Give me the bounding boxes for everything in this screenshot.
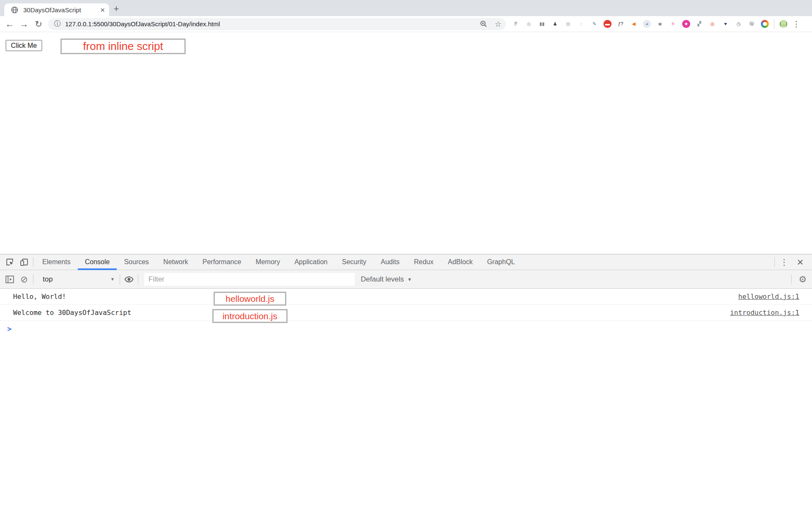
divider	[33, 257, 33, 267]
divider	[120, 274, 120, 284]
browser-tab-strip: 30DaysOfJavaScript × +	[0, 0, 812, 16]
megaphone-icon[interactable]: ◀	[627, 19, 640, 29]
source-link[interactable]: introduction.js:1	[730, 309, 799, 317]
font-script-icon[interactable]: ℱ	[509, 19, 522, 29]
stop-hand-icon[interactable]: ▬	[601, 19, 614, 29]
helloworld-annotation: helloworld.js	[214, 292, 286, 306]
devtools-panel: Elements Console Sources Network Perform…	[0, 254, 812, 508]
star-box-icon[interactable]: ★	[680, 19, 693, 29]
browser-menu-kebab-icon[interactable]: ⋮	[790, 19, 803, 29]
devtools-menu-kebab-icon[interactable]: ⋮	[776, 257, 792, 267]
url-text[interactable]: 127.0.0.1:5500/30DaysOfJavaScript/01-Day…	[65, 20, 472, 28]
tab-close-icon[interactable]: ×	[100, 6, 105, 14]
devtools-tab-application[interactable]: Application	[287, 254, 335, 270]
devtools-tab-console[interactable]: Console	[78, 254, 117, 270]
heart-search-icon[interactable]: ♥	[719, 19, 732, 29]
clear-console-icon[interactable]: ⊘	[17, 272, 31, 287]
device-toolbar-icon[interactable]	[17, 254, 31, 270]
console-toolbar: ⊘ top ▼ Default levels ▼ ⚙	[0, 270, 812, 289]
console-message: Hello, World!	[13, 293, 738, 301]
filter-input[interactable]	[144, 273, 355, 286]
site-info-icon[interactable]: ⓘ	[54, 19, 61, 28]
url-bar[interactable]: ⓘ 127.0.0.1:5500/30DaysOfJavaScript/01-D…	[48, 18, 506, 30]
inline-script-annotation: from inline script	[60, 39, 186, 54]
divider	[774, 257, 775, 267]
console-prompt-chevron-icon: >	[7, 325, 11, 333]
browser-toolbar: ← → ↻ ⓘ 127.0.0.1:5500/30DaysOfJavaScrip…	[0, 16, 812, 32]
new-tab-button[interactable]: +	[109, 3, 123, 15]
console-row: Hello, World! helloworld.js:1	[0, 289, 812, 305]
console-settings-gear-icon[interactable]: ⚙	[793, 274, 812, 284]
divider	[33, 274, 33, 284]
camera-icon[interactable]: ◙	[653, 19, 667, 29]
grid-icon[interactable]: ▦	[562, 19, 575, 29]
globe-favicon-icon	[11, 6, 18, 14]
devtools-tab-network[interactable]: Network	[156, 254, 195, 270]
console-sidebar-toggle-icon[interactable]	[3, 272, 17, 287]
reload-icon[interactable]: ↻	[31, 19, 46, 29]
extensions-bar: ℱ◎▮▮♟▦◌✎▬ƒ?◀◕◙⚛★▞◎♥◷Ⓦ{…}	[509, 19, 790, 29]
browser-window: 30DaysOfJavaScript × + ← → ↻ ⓘ 127.0.0.1…	[0, 0, 812, 508]
devtools-close-icon[interactable]: ×	[792, 257, 809, 268]
chevron-down-icon: ▼	[407, 277, 412, 282]
orbit-icon[interactable]: ◎	[522, 19, 535, 29]
click-me-button[interactable]: Click Me	[5, 40, 42, 51]
browser-tab[interactable]: 30DaysOfJavaScript ×	[4, 3, 109, 16]
ring-icon[interactable]: ◎	[706, 19, 719, 29]
devtools-tabbar: Elements Console Sources Network Perform…	[0, 254, 812, 270]
devtools-tab-audits[interactable]: Audits	[373, 254, 406, 270]
wordpress-icon[interactable]: Ⓦ	[745, 19, 758, 29]
console-message: Welcome to 30DaysOfJavaScript	[13, 309, 730, 317]
source-link[interactable]: helloworld.js:1	[738, 293, 800, 301]
devtools-tab-elements[interactable]: Elements	[35, 254, 78, 270]
f-question-icon[interactable]: ƒ?	[614, 19, 627, 29]
devtools-tab-performance[interactable]: Performance	[195, 254, 249, 270]
devtools-tab-sources[interactable]: Sources	[117, 254, 156, 270]
blocks-icon[interactable]: ▞	[693, 19, 706, 29]
dotted-circle-icon[interactable]: ◌	[575, 19, 588, 29]
back-icon[interactable]: ←	[3, 19, 17, 29]
gauge-icon[interactable]: ◷	[732, 19, 745, 29]
zoom-magnifier-icon[interactable]	[480, 20, 487, 28]
robot-icon[interactable]: ♟	[549, 19, 562, 29]
atom-icon[interactable]: ⚛	[667, 19, 680, 29]
introduction-annotation: introduction.js	[212, 309, 288, 323]
devtools-tab-security[interactable]: Security	[335, 254, 373, 270]
eye-live-expression-icon[interactable]	[122, 272, 136, 287]
forward-icon[interactable]: →	[17, 19, 31, 29]
divider	[138, 274, 138, 284]
console-row: Welcome to 30DaysOfJavaScript introducti…	[0, 305, 812, 321]
divider	[791, 274, 792, 284]
pause-columns-icon[interactable]: ▮▮	[535, 19, 549, 29]
eyedropper-icon[interactable]: ✎	[588, 19, 601, 29]
devtools-tab-graphql[interactable]: GraphQL	[480, 254, 522, 270]
inspect-element-icon[interactable]	[3, 254, 17, 270]
chevron-down-icon: ▼	[110, 277, 118, 282]
devtools-tab-redux[interactable]: Redux	[407, 254, 441, 270]
braces-icon[interactable]: {…}	[777, 19, 790, 29]
console-prompt-row[interactable]: >	[0, 321, 812, 337]
console-log-area: Hello, World! helloworld.js:1 Welcome to…	[0, 289, 812, 337]
bookmark-star-icon[interactable]: ☆	[495, 19, 502, 29]
color-ring-icon[interactable]	[758, 19, 771, 29]
devtools-tab-adblock[interactable]: AdBlock	[441, 254, 480, 270]
devtools-tab-memory[interactable]: Memory	[248, 254, 287, 270]
log-level-selector[interactable]: Default levels ▼	[361, 275, 412, 284]
context-selector[interactable]: top ▼	[38, 273, 118, 286]
divider	[774, 19, 774, 29]
page-content: Click Me from inline script	[0, 33, 812, 254]
tab-title: 30DaysOfJavaScript	[23, 6, 100, 14]
swirl-icon[interactable]: ◕	[640, 19, 653, 29]
